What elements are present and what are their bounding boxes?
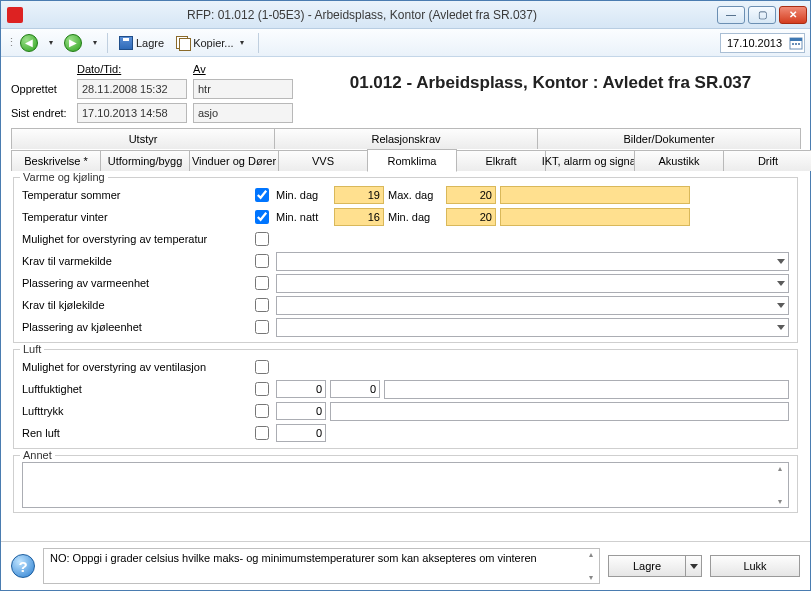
arrow-right-icon: ▶ xyxy=(64,34,82,52)
chk-krav-varmekilde[interactable] xyxy=(255,254,269,268)
chk-temp-vinter[interactable] xyxy=(255,210,269,224)
lukk-button[interactable]: Lukk xyxy=(710,555,800,577)
tab-beskrivelse[interactable]: Beskrivelse * xyxy=(11,150,101,171)
changed-date xyxy=(77,103,187,123)
nav-back-button[interactable]: ◀ xyxy=(16,32,42,54)
combo-krav-kjole[interactable] xyxy=(276,296,789,315)
temp-vinter-min[interactable] xyxy=(334,208,384,226)
titlebar: RFP: 01.012 (1-05E3) - Arbeidsplass, Kon… xyxy=(1,1,810,29)
temp-vinter-max[interactable] xyxy=(446,208,496,226)
combo-krav-varmekilde[interactable] xyxy=(276,252,789,271)
lufttrykk-text[interactable] xyxy=(330,402,789,421)
calendar-icon[interactable] xyxy=(789,36,803,50)
date-picker[interactable] xyxy=(720,33,805,53)
label-overstyr-vent: Mulighet for overstyring av ventilasjon xyxy=(22,361,247,373)
changed-by xyxy=(193,103,293,123)
chk-krav-kjole[interactable] xyxy=(255,298,269,312)
lufttrykk-val[interactable] xyxy=(276,402,326,420)
renluft-val[interactable] xyxy=(276,424,326,442)
temp-vinter-extra[interactable] xyxy=(500,208,690,226)
chk-luftfukt[interactable] xyxy=(255,382,269,396)
temp-sommer-extra[interactable] xyxy=(500,186,690,204)
group-varme: Varme og kjøling Temperatur sommer Min. … xyxy=(13,177,798,343)
combo-plass-varme[interactable] xyxy=(276,274,789,293)
close-button[interactable]: ✕ xyxy=(779,6,807,24)
tab-drift[interactable]: Drift xyxy=(723,150,811,171)
label-max-dag: Max. dag xyxy=(388,189,442,201)
created-by xyxy=(193,79,293,99)
copy-icon xyxy=(176,36,190,50)
copy-button[interactable]: Kopier... ▾ xyxy=(172,32,250,54)
tab-utstyr[interactable]: Utstyr xyxy=(11,128,275,149)
label-renluft: Ren luft xyxy=(22,427,247,439)
app-icon xyxy=(7,7,23,23)
chk-overstyr-temp[interactable] xyxy=(255,232,269,246)
label-overstyr-temp: Mulighet for overstyring av temperatur xyxy=(22,233,247,245)
group-luft: Luft Mulighet for overstyring av ventila… xyxy=(13,349,798,449)
svg-rect-1 xyxy=(790,38,802,41)
save-icon xyxy=(119,36,133,50)
label-plass-kjole: Plassering av kjøleenhet xyxy=(22,321,247,333)
meta-grid: Dato/Tid: Av Opprettet Sist endret: xyxy=(11,63,293,123)
lagre-dropdown[interactable] xyxy=(686,555,702,577)
lagre-button[interactable]: Lagre xyxy=(608,555,686,577)
luftfukt-text[interactable] xyxy=(384,380,789,399)
nav-forward-button[interactable]: ▶ xyxy=(60,32,86,54)
temp-sommer-max[interactable] xyxy=(446,186,496,204)
created-date xyxy=(77,79,187,99)
svg-rect-2 xyxy=(792,43,794,45)
label-temp-vinter: Temperatur vinter xyxy=(22,211,247,223)
tab-utforming[interactable]: Utforming/bygg xyxy=(100,150,190,171)
help-icon[interactable]: ? xyxy=(11,554,35,578)
legend-varme: Varme og kjøling xyxy=(20,171,108,183)
label-lufttrykk: Lufttrykk xyxy=(22,405,247,417)
luftfukt-val2[interactable] xyxy=(330,380,380,398)
chk-lufttrykk[interactable] xyxy=(255,404,269,418)
tab-vvs[interactable]: VVS xyxy=(278,150,368,171)
maximize-button[interactable]: ▢ xyxy=(748,6,776,24)
label-min-natt: Min. natt xyxy=(276,211,330,223)
tab-relasjonskrav[interactable]: Relasjonskrav xyxy=(274,128,538,149)
chk-plass-kjole[interactable] xyxy=(255,320,269,334)
combo-plass-kjole[interactable] xyxy=(276,318,789,337)
chevron-down-icon[interactable]: ▾ xyxy=(90,38,100,47)
content: Varme og kjøling Temperatur sommer Min. … xyxy=(1,171,810,541)
chk-renluft[interactable] xyxy=(255,426,269,440)
annet-textarea[interactable]: ▴▾ xyxy=(22,462,789,508)
label-krav-kjole: Krav til kjølekilde xyxy=(22,299,247,311)
tab-ikt[interactable]: IKT, alarm og signal xyxy=(545,150,635,171)
group-annet: Annet ▴▾ xyxy=(13,455,798,513)
bottom-bar: ? NO: Oppgi i grader celsius hvilke maks… xyxy=(1,541,810,590)
scrollbar[interactable]: ▴▾ xyxy=(773,464,787,506)
label-temp-sommer: Temperatur sommer xyxy=(22,189,247,201)
arrow-left-icon: ◀ xyxy=(20,34,38,52)
header-dato-tid: Dato/Tid: xyxy=(77,63,187,75)
toolbar-separator xyxy=(258,33,259,53)
tab-akustikk[interactable]: Akustikk xyxy=(634,150,724,171)
window-title: RFP: 01.012 (1-05E3) - Arbeidsplass, Kon… xyxy=(187,8,537,22)
svg-rect-4 xyxy=(798,43,800,45)
toolbar-separator xyxy=(107,33,108,53)
chevron-down-icon: ▾ xyxy=(237,38,247,47)
luftfukt-val1[interactable] xyxy=(276,380,326,398)
date-input[interactable] xyxy=(722,36,787,50)
chk-plass-varme[interactable] xyxy=(255,276,269,290)
temp-sommer-min[interactable] xyxy=(334,186,384,204)
minimize-button[interactable]: — xyxy=(717,6,745,24)
tab-elkraft[interactable]: Elkraft xyxy=(456,150,546,171)
tab-bilder-dokumenter[interactable]: Bilder/Dokumenter xyxy=(537,128,801,149)
tab-vinduer[interactable]: Vinduer og Dører xyxy=(189,150,279,171)
toolbar-grip: ⋮ xyxy=(6,36,12,49)
label-min-dag: Min. dag xyxy=(276,189,330,201)
chevron-down-icon[interactable]: ▾ xyxy=(46,38,56,47)
label-plass-varme: Plassering av varmeenhet xyxy=(22,277,247,289)
page-title: 01.012 - Arbeidsplass, Kontor : Avledet … xyxy=(301,63,800,123)
hint-text: NO: Oppgi i grader celsius hvilke maks- … xyxy=(50,552,537,564)
label-luftfukt: Luftfuktighet xyxy=(22,383,247,395)
window: RFP: 01.012 (1-05E3) - Arbeidsplass, Kon… xyxy=(0,0,811,591)
chk-temp-sommer[interactable] xyxy=(255,188,269,202)
chk-overstyr-vent[interactable] xyxy=(255,360,269,374)
tab-romklima[interactable]: Romklima xyxy=(367,149,457,172)
hint-scrollbar[interactable]: ▴▾ xyxy=(584,550,598,582)
save-button[interactable]: Lagre xyxy=(115,32,168,54)
